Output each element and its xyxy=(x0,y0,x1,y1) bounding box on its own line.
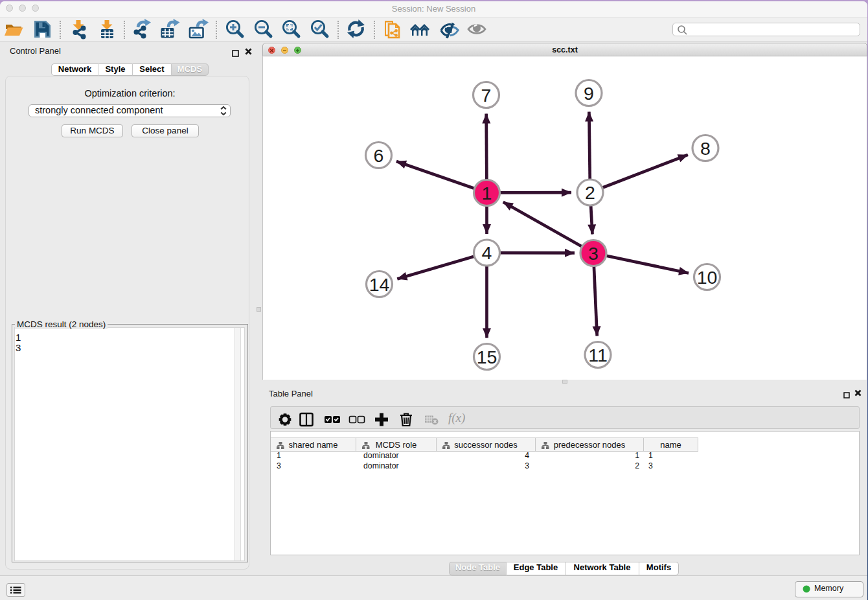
svg-text:10: 10 xyxy=(697,267,718,288)
svg-text:8: 8 xyxy=(700,138,711,159)
svg-text:15: 15 xyxy=(477,347,497,367)
svg-text:6: 6 xyxy=(374,145,384,166)
svg-text:2: 2 xyxy=(585,182,595,203)
svg-text:3: 3 xyxy=(588,243,599,264)
svg-text:7: 7 xyxy=(481,85,492,106)
svg-text:14: 14 xyxy=(369,274,390,295)
svg-text:11: 11 xyxy=(588,345,608,365)
svg-text:9: 9 xyxy=(584,83,594,104)
svg-text:1: 1 xyxy=(482,183,492,203)
svg-text:4: 4 xyxy=(482,242,492,263)
